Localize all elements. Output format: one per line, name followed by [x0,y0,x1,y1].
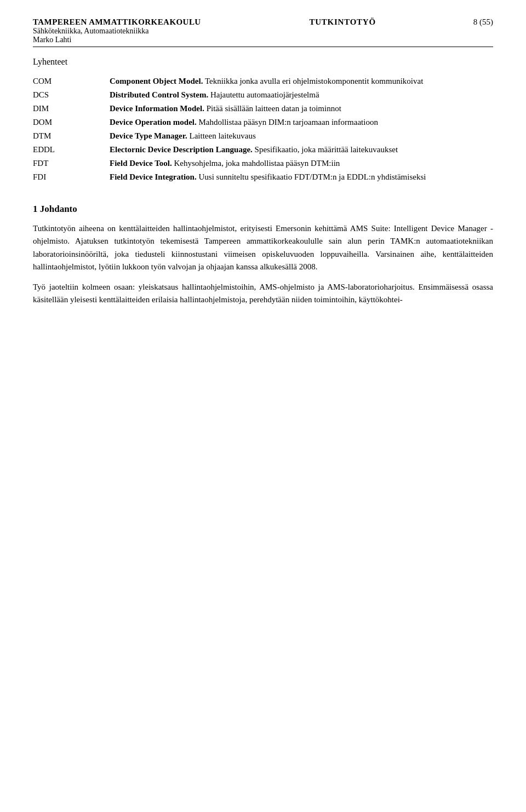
abbr-def-eddl: Electornic Device Description Language. … [110,145,493,154]
abbreviations-table: COM Component Object Model. Tekniikka jo… [33,77,493,182]
lyhenteet-title: Lyhenteet [33,57,493,67]
abbr-term-eddl: EDDL [33,145,110,154]
abbr-def-com: Component Object Model. Tekniikka jonka … [110,77,493,86]
johdanto-paragraph2: Työ jaoteltiin kolmeen osaan: yleiskatsa… [33,281,493,307]
header-divider [33,47,493,47]
header-institution-block: TAMPEREEN AMMATTIKORKEAKOULU Sähköteknii… [33,18,201,44]
header-sub: Sähkötekniikka, Automaatiotekniikka [33,27,201,36]
abbr-term-dim: DIM [33,104,110,113]
abbr-def-dcs: Distributed Control System. Hajautettu a… [110,90,493,100]
page: TAMPEREEN AMMATTIKORKEAKOULU Sähköteknii… [0,0,526,812]
abbr-term-dcs: DCS [33,90,110,100]
abbr-def-fdt: Field Device Tool. Kehysohjelma, joka ma… [110,159,493,168]
abbr-row-eddl: EDDL Electornic Device Description Langu… [33,145,493,154]
institution-name: TAMPEREEN AMMATTIKORKEAKOULU [33,18,201,27]
abbr-row-dim: DIM Device Information Model. Pitää sisä… [33,104,493,113]
abbr-def-fdi: Field Device Integration. Uusi sunnitelt… [110,172,493,182]
header-author: Marko Lahti [33,36,201,44]
abbr-def-dim: Device Information Model. Pitää sisällää… [110,104,493,113]
abbr-term-dtm: DTM [33,131,110,141]
abbr-row-dtm: DTM Device Type Manager. Laitteen laitek… [33,131,493,141]
abbr-term-fdt: FDT [33,159,110,168]
abbr-term-fdi: FDI [33,172,110,182]
johdanto-heading: 1 Johdanto [33,204,493,215]
abbr-term-com: COM [33,77,110,86]
abbr-def-dtm: Device Type Manager. Laitteen laitekuvau… [110,131,493,141]
page-number: 8 (55) [473,18,493,27]
abbr-row-dcs: DCS Distributed Control System. Hajautet… [33,90,493,100]
abbr-row-fdi: FDI Field Device Integration. Uusi sunni… [33,172,493,182]
abbr-row-dom: DOM Device Operation model. Mahdollistaa… [33,118,493,127]
abbr-row-fdt: FDT Field Device Tool. Kehysohjelma, jok… [33,159,493,168]
abbr-term-dom: DOM [33,118,110,127]
abbr-row-com: COM Component Object Model. Tekniikka jo… [33,77,493,86]
header: TAMPEREEN AMMATTIKORKEAKOULU Sähköteknii… [33,18,493,44]
abbr-def-dom: Device Operation model. Mahdollistaa pää… [110,118,493,127]
johdanto-paragraph1: Tutkintotyön aiheena on kenttälaitteiden… [33,222,493,273]
tutkintowork-label: TUTKINTOTYÖ [299,18,376,27]
